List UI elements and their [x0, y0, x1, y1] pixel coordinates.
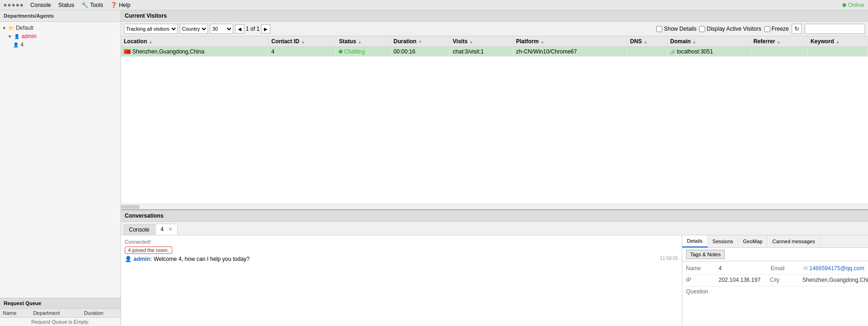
visitor-search-input[interactable]: [805, 24, 865, 34]
console-nav[interactable]: Console: [30, 2, 51, 8]
col-contactid[interactable]: Contact ID ▲: [269, 36, 336, 47]
joined-msg: 4 joined the room.: [125, 246, 678, 254]
conversations-panel: Conversations Console 4 ✕ Connected! 4 j…: [121, 210, 868, 326]
value-name: 4: [719, 265, 761, 272]
col-status[interactable]: Status ▲: [336, 36, 390, 47]
msg-sender: admin:: [134, 256, 152, 262]
divider-2: [686, 286, 864, 286]
display-active-input[interactable]: [699, 26, 705, 32]
visitors-table-container: Location ▲ Contact ID ▲ Status ▲ Duratio…: [121, 36, 868, 204]
cell-keyword-0: [807, 47, 868, 57]
cell-dns-0: [627, 47, 667, 57]
cell-referrer-0: [750, 47, 807, 57]
info-tab-canned[interactable]: Canned messages: [767, 236, 820, 247]
status-nav[interactable]: Status: [58, 2, 74, 8]
conv-tabs: Console 4 ✕: [121, 222, 868, 235]
dept-tree: ▼ 📁 Default ▼ 👤 admin 👤 4: [0, 22, 121, 298]
tab-4-close[interactable]: ✕: [168, 226, 173, 233]
online-indicator: Online: [842, 2, 864, 8]
label-question: Question: [686, 288, 719, 295]
col-location[interactable]: Location ▲: [121, 36, 269, 47]
visitors-panel-header: Current Visitors: [121, 10, 868, 22]
visitors-table: Location ▲ Contact ID ▲ Status ▲ Duratio…: [121, 36, 868, 57]
cell-contactid-0: 4: [269, 47, 336, 57]
show-details-input[interactable]: [656, 26, 662, 32]
tab-4[interactable]: 4 ✕: [155, 224, 178, 235]
col-visits[interactable]: Visits ▲: [450, 36, 513, 47]
cell-duration-0: 00:00:16: [390, 47, 450, 57]
joined-text: 4 joined the room.: [125, 246, 172, 254]
info-tab-sessions[interactable]: Sessions: [708, 236, 739, 247]
col-duration[interactable]: Duration ▼: [390, 36, 450, 47]
tab-console-label: Console: [129, 226, 149, 233]
status-dot-0: [339, 50, 343, 53]
refresh-btn[interactable]: ↻: [792, 24, 802, 34]
conv-body: Connected! 4 joined the room. 👤 admin: W…: [121, 235, 868, 326]
tree-item-admin[interactable]: ▼ 👤 admin: [0, 32, 121, 40]
queue-header: Request Queue: [0, 298, 121, 309]
show-details-checkbox[interactable]: Show Details: [656, 26, 696, 32]
label-name: Name: [686, 265, 719, 272]
info-tab-geomap[interactable]: GeoMap: [738, 236, 767, 247]
top-bar: ■ ■ ■ ■ ■ Console Status 🔧 Tools ❓ Help …: [0, 0, 868, 10]
sys-msg-connected: Connected!: [125, 239, 678, 245]
page-info: 1 of 1: [246, 26, 260, 32]
browser-tabs: ■ ■ ■ ■ ■: [4, 2, 23, 7]
visitors-table-body: 🇨🇳 Shenzhen,Guangdong,China 4 Chatting 0…: [121, 47, 868, 57]
admin-avatar-icon: 👤: [125, 256, 132, 262]
flag-icon-0: 🇨🇳: [124, 48, 131, 55]
next-page-btn[interactable]: ▶: [261, 24, 270, 33]
user-agent-icon: 👤: [14, 34, 20, 39]
right-content: Current Visitors Tracking all visitors C…: [121, 10, 868, 326]
collapse-icon-admin: ▼: [7, 34, 12, 39]
visitor-label-4: 4: [20, 41, 24, 48]
tree-item-default[interactable]: ▼ 📁 Default: [0, 24, 121, 32]
freeze-checkbox[interactable]: Freeze: [764, 26, 789, 32]
page-nav: ◀ 1 of 1 ▶: [235, 24, 270, 33]
display-active-checkbox[interactable]: Display Active Visitors: [699, 26, 761, 32]
col-keyword[interactable]: Keyword ▲: [807, 36, 868, 47]
tab-console[interactable]: Console: [124, 224, 155, 235]
visitors-panel: Current Visitors Tracking all visitors C…: [121, 10, 868, 210]
info-row-ip: IP 202.104.136.197 City Shenzhen,Guangdo…: [686, 277, 864, 283]
h-scrollbar[interactable]: [121, 204, 868, 209]
info-body: Name 4 Email ✉ 1466594175@qq.com IP 202.…: [682, 261, 868, 326]
col-referrer[interactable]: Referrer ▲: [750, 36, 807, 47]
freeze-input[interactable]: [764, 26, 770, 32]
help-nav[interactable]: ❓ Help: [110, 2, 130, 8]
label-email: Email: [771, 265, 803, 272]
msg-timestamp: 11:58:05: [660, 256, 678, 261]
h-scrollbar-thumb[interactable]: [121, 205, 140, 209]
tree-item-user-4[interactable]: 👤 4: [0, 40, 121, 49]
toolbar-right: Show Details Display Active Visitors Fre…: [656, 24, 865, 34]
tools-nav[interactable]: 🔧 Tools: [81, 2, 103, 8]
country-select[interactable]: Country: [180, 24, 208, 34]
cell-visits-0: chat:3/visit:1: [450, 47, 513, 57]
dept-label-default: Default: [16, 25, 34, 31]
help-icon: ❓: [110, 2, 117, 8]
info-tab-details[interactable]: Details: [682, 235, 708, 247]
chat-area: Connected! 4 joined the room. 👤 admin: W…: [121, 235, 682, 326]
conv-panel-header: Conversations: [121, 210, 868, 222]
info-subtabs: Tags & Notes: [682, 248, 868, 261]
tab-4-label: 4: [161, 226, 164, 233]
col-domain[interactable]: Domain ▲: [667, 36, 751, 47]
folder-icon: 📁: [8, 26, 14, 31]
col-platform[interactable]: Platform ▲: [513, 36, 627, 47]
sidebar: Departments/Agents ▼ 📁 Default ▼ 👤 admin…: [0, 10, 121, 326]
tracking-select[interactable]: Tracking all visitors: [124, 24, 178, 34]
info-tabs: Details Sessions GeoMap Canned messages: [682, 235, 868, 248]
info-row-question: Question: [686, 288, 864, 295]
per-page-select[interactable]: 30: [210, 24, 233, 34]
dept-agents-header: Departments/Agents: [0, 10, 121, 22]
main-layout: Departments/Agents ▼ 📁 Default ▼ 👤 admin…: [0, 10, 868, 326]
queue-section: Request Queue Name Department Duration R…: [0, 298, 121, 326]
visitor-row-0[interactable]: 🇨🇳 Shenzhen,Guangdong,China 4 Chatting 0…: [121, 47, 868, 57]
queue-col-dept: Department: [30, 309, 81, 318]
col-dns[interactable]: DNS ▲: [627, 36, 667, 47]
tags-notes-btn[interactable]: Tags & Notes: [686, 250, 725, 259]
prev-page-btn[interactable]: ◀: [235, 24, 244, 33]
email-address: 1466594175@qq.com: [809, 265, 864, 272]
label-city: City: [770, 277, 802, 283]
value-email: ✉ 1466594175@qq.com: [803, 265, 864, 272]
